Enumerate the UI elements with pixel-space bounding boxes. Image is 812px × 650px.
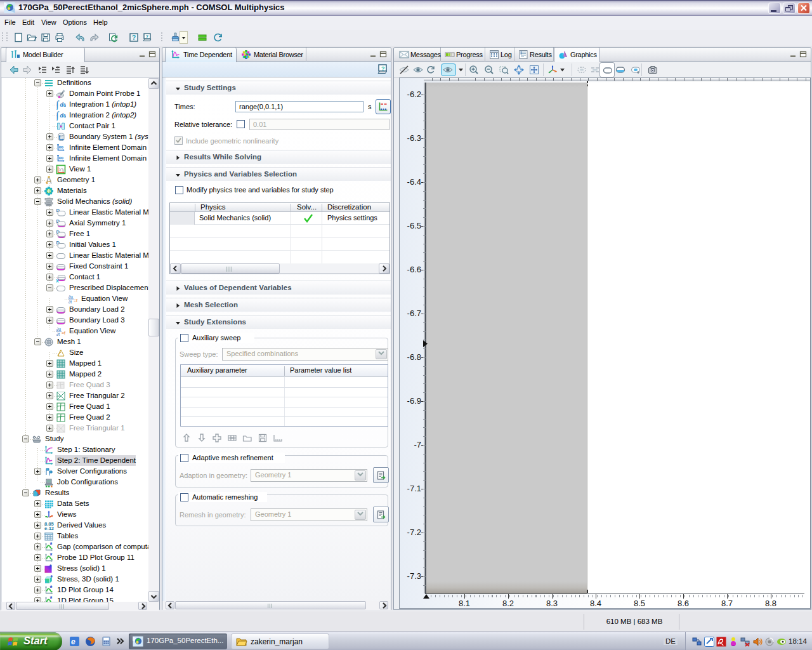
svg-text:du: du xyxy=(60,102,67,108)
svg-text:?: ? xyxy=(146,34,149,39)
svg-text:xy: xy xyxy=(58,166,66,173)
svg-text:*: * xyxy=(50,585,53,592)
svg-text:∫: ∫ xyxy=(56,100,60,110)
svg-text:∞: ∞ xyxy=(59,154,64,161)
svg-text:=f: =f xyxy=(62,331,65,335)
svg-text:*: * xyxy=(50,553,53,559)
svg-text:∂t: ∂t xyxy=(69,300,72,304)
svg-text:du: du xyxy=(60,112,67,119)
svg-text:∂u: ∂u xyxy=(69,295,73,299)
svg-text:x: x xyxy=(56,277,59,283)
svg-text:∞: ∞ xyxy=(59,143,64,150)
svg-text:∂t: ∂t xyxy=(56,332,60,336)
svg-text:e: e xyxy=(71,637,75,646)
svg-text:∂u: ∂u xyxy=(56,327,61,331)
svg-text:*: * xyxy=(49,564,52,569)
svg-text:*: * xyxy=(51,574,53,580)
svg-text:*: * xyxy=(50,542,53,548)
svg-text:e-12: e-12 xyxy=(44,526,54,531)
svg-text:=f: =f xyxy=(74,298,77,303)
svg-text:*: * xyxy=(50,596,53,602)
svg-text:?: ? xyxy=(132,34,136,41)
svg-text:∫: ∫ xyxy=(56,110,60,121)
